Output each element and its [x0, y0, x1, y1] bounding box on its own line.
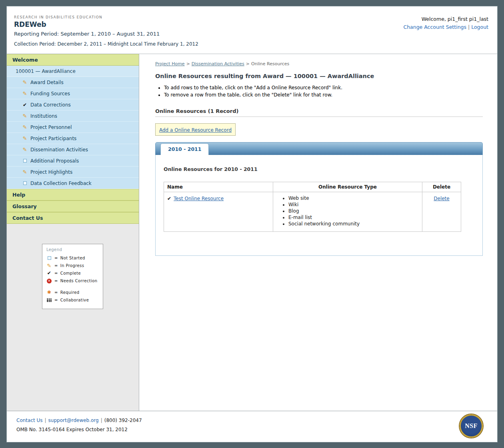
sidebar-item-help[interactable]: Help: [7, 189, 139, 201]
page-frame: RESEARCH IN DISABILITIES EDUCATION RDEWe…: [0, 0, 504, 448]
account-links-divider: |: [468, 24, 470, 30]
tab-bar: 2010 - 2011: [155, 142, 483, 155]
sidebar-item-funding-sources[interactable]: Funding Sources: [7, 88, 139, 99]
reporting-period: Reporting Period: September 1, 2010 – Au…: [14, 31, 489, 37]
not-started-checkbox-icon: [22, 181, 28, 185]
legend-item-collaborative: = Collaborative: [46, 296, 99, 304]
body: Welcome 100001 — AwardAlliance Award Det…: [7, 54, 497, 411]
sidebar-item-award-details[interactable]: Award Details: [7, 77, 139, 88]
nsf-logo: NSF: [460, 414, 483, 438]
table-row: Test Online Resource Web site Wiki Blog …: [164, 192, 461, 232]
in-progress-pencil-icon: [22, 79, 28, 85]
sidebar-item-label: Project Highlights: [30, 169, 72, 175]
delete-row-link[interactable]: Delete: [434, 196, 449, 201]
sidebar-item-label: Dissemination Activities: [30, 147, 88, 153]
breadcrumb-dissemination-activities-link[interactable]: Dissemination Activities: [192, 61, 244, 66]
resource-name-link[interactable]: Test Online Resource: [174, 196, 224, 201]
in-progress-pencil-icon: [22, 113, 28, 119]
breadcrumb-current: Online Resources: [251, 61, 289, 66]
sidebar-item-project-participants[interactable]: Project Participants: [7, 133, 139, 144]
sidebar-item-welcome[interactable]: Welcome: [7, 54, 139, 66]
needs-correction-icon: [46, 279, 52, 283]
collection-period: Collection Period: December 2, 2011 – Mi…: [14, 41, 489, 47]
footer-email-link[interactable]: support@rdeweb.org: [48, 418, 99, 423]
delete-cell: Delete: [422, 192, 461, 232]
in-progress-pencil-icon: [22, 124, 28, 130]
in-progress-pencil-icon: [22, 90, 28, 96]
resource-name-cell: Test Online Resource: [164, 192, 273, 232]
change-account-settings-link[interactable]: Change Account Settings: [403, 24, 466, 30]
year-tab-module: 2010 - 2011 Online Resources for 2010 - …: [155, 142, 483, 256]
complete-check-icon: [22, 102, 28, 108]
sidebar-item-additional-proposals[interactable]: Additional Proposals: [7, 155, 139, 167]
tab-panel: Online Resources for 2010 - 2011 Name On…: [155, 155, 483, 256]
panel-title: Online Resources for 2010 - 2011: [164, 166, 474, 172]
header: RESEARCH IN DISABILITIES EDUCATION RDEWe…: [7, 6, 497, 54]
header-account-area: Welcome, pi1_first pi1_last Change Accou…: [403, 16, 488, 30]
legend-item-needs-correction: = Needs Correction: [46, 277, 99, 285]
sidebar-item-data-corrections[interactable]: Data Corrections: [7, 99, 139, 110]
legend-item-not-started: = Not Started: [46, 254, 99, 262]
sidebar-item-label: Funding Sources: [30, 91, 70, 96]
resource-type-cell: Web site Wiki Blog E-mail list Social ne…: [273, 192, 422, 232]
breadcrumb: Project Home>Dissemination Activities>On…: [155, 61, 489, 66]
sidebar-item-label: Data Corrections: [30, 102, 71, 108]
instruction-add: To add rows to the table, click on the "…: [164, 85, 489, 90]
in-progress-pencil-icon: [46, 262, 52, 269]
sidebar-item-institutions[interactable]: Institutions: [7, 110, 139, 122]
tab-2010-2011[interactable]: 2010 - 2011: [160, 143, 209, 155]
sidebar-item-glossary[interactable]: Glossary: [7, 201, 139, 212]
not-started-checkbox-icon: [22, 159, 28, 163]
sidebar-item-project-personnel[interactable]: Project Personnel: [7, 122, 139, 133]
collaborative-people-icon: [46, 298, 52, 303]
not-started-checkbox-icon: [46, 256, 52, 260]
footer: Contact Us|support@rdeweb.org|(800) 392-…: [7, 411, 497, 442]
legend-item-complete: = Complete: [46, 269, 99, 277]
in-progress-pencil-icon: [22, 169, 28, 175]
logout-link[interactable]: Logout: [471, 24, 488, 30]
add-record-box: Add a Online Resource Record: [155, 123, 236, 136]
page-title: Online Resources resulting from Award — …: [155, 73, 489, 79]
footer-contact-line: Contact Us|support@rdeweb.org|(800) 392-…: [16, 418, 488, 423]
breadcrumb-project-home-link[interactable]: Project Home: [155, 61, 185, 66]
main-content: Project Home>Dissemination Activities>On…: [139, 54, 497, 411]
sidebar-item-label: Project Participants: [30, 136, 76, 141]
online-resources-table: Name Online Resource Type Delete Test On…: [164, 182, 461, 232]
sidebar-item-data-collection-feedback[interactable]: Data Collection Feedback: [7, 178, 139, 189]
legend-title: Legend: [46, 247, 99, 252]
section-title: Online Resources (1 Record): [155, 108, 483, 117]
legend-item-required: = Required: [46, 289, 99, 296]
page: RESEARCH IN DISABILITIES EDUCATION RDEWe…: [6, 6, 498, 442]
complete-check-icon: [167, 196, 171, 201]
in-progress-pencil-icon: [22, 147, 28, 153]
sidebar: Welcome 100001 — AwardAlliance Award Det…: [7, 54, 139, 411]
sidebar-item-label: Data Collection Feedback: [30, 181, 92, 186]
welcome-user: Welcome, pi1_first pi1_last: [403, 16, 488, 22]
sidebar-item-label: Institutions: [30, 113, 57, 119]
column-header-delete: Delete: [422, 182, 461, 192]
column-header-name: Name: [164, 182, 273, 192]
legend-item-in-progress: = In Progress: [46, 262, 99, 269]
legend: Legend = Not Started = In Progress =: [42, 244, 103, 309]
instruction-remove: To remove a row from the table, click on…: [164, 92, 489, 98]
footer-contact-us-link[interactable]: Contact Us: [16, 418, 43, 423]
sidebar-item-project-highlights[interactable]: Project Highlights: [7, 167, 139, 178]
required-asterisk-icon: [46, 289, 52, 296]
sidebar-item-contact-us[interactable]: Contact Us: [7, 212, 139, 224]
sidebar-item-label: Project Personnel: [30, 125, 72, 130]
column-header-type: Online Resource Type: [273, 182, 422, 192]
in-progress-pencil-icon: [22, 135, 28, 141]
sidebar-item-label: Award Details: [30, 80, 64, 85]
footer-omb-line: OMB No. 3145-0164 Expires October 31, 20…: [16, 427, 488, 432]
sidebar-item-dissemination-activities[interactable]: Dissemination Activities: [7, 144, 139, 155]
resource-type-list: Web site Wiki Blog E-mail list Social ne…: [276, 195, 419, 227]
sidebar-item-award[interactable]: 100001 — AwardAlliance: [7, 66, 139, 77]
add-online-resource-record-link[interactable]: Add a Online Resource Record: [159, 127, 232, 133]
complete-check-icon: [46, 269, 52, 277]
footer-phone: (800) 392-2047: [104, 418, 142, 423]
instructions-list: To add rows to the table, click on the "…: [155, 85, 489, 98]
sidebar-item-label: Additional Proposals: [30, 158, 79, 164]
